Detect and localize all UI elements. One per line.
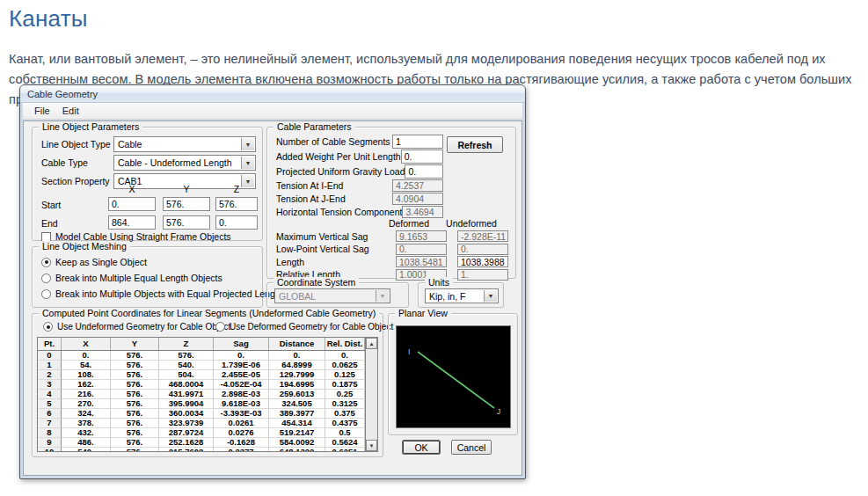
row-point-number: 9	[38, 438, 62, 448]
geometry-option-0[interactable]: Use Undeformed Geometry for Cable Object	[43, 322, 230, 332]
end-y-field[interactable]: 576.	[163, 215, 210, 230]
field-label: Projected Uniform Gravity Load	[276, 166, 405, 177]
tension-at-i-end-field: 4.2537	[392, 179, 443, 192]
radio-label: Keep as Single Object	[55, 257, 147, 267]
low-point-vertical-sag-undeformed-field: 0.	[457, 244, 508, 255]
cell: 540.	[62, 448, 111, 452]
coordinate-system-select: GLOBAL ▼	[274, 288, 390, 303]
table-row[interactable]: 10540.576.215.76020.2377648.13220.6251	[38, 448, 365, 452]
cell: 576.	[111, 448, 159, 452]
cell: 389.3977	[269, 409, 325, 419]
table-header-row: Pt.XYZSagDistanceRel. Dist.	[38, 338, 365, 351]
undeformed-header: Undeformed	[445, 218, 498, 229]
cell: 584.0092	[269, 438, 325, 448]
cancel-button[interactable]: Cancel	[451, 440, 492, 455]
ok-button[interactable]: OK	[402, 440, 441, 455]
geometry-option-1[interactable]: Use Deformed Geometry for Cable Object	[215, 322, 393, 332]
start-y-field[interactable]: 576.	[163, 197, 210, 211]
cell: 0.1875	[325, 380, 365, 390]
table-scrollbar[interactable]: ▲ ▼	[365, 338, 377, 451]
cell: 0.5	[325, 428, 365, 438]
table-row[interactable]: 5270.576.395.99049.618E-03324.5050.3125	[38, 399, 365, 409]
field-label: Maximum Vertical Sag	[276, 231, 396, 242]
menu-file[interactable]: File	[28, 105, 56, 117]
cell: 432.	[62, 428, 111, 438]
length-undeformed-field[interactable]: 1038.3988	[457, 256, 508, 267]
group-title: Line Object Meshing	[39, 241, 130, 252]
table-row[interactable]: 4216.576.431.99712.898E-03259.60130.25	[38, 390, 365, 399]
maximum-vertical-sag-undeformed-field: -2.928E-11	[457, 230, 508, 242]
chevron-down-icon: ▼	[241, 157, 254, 169]
start-z-field[interactable]: 576.	[215, 197, 258, 211]
cell: 108.	[62, 370, 111, 380]
added-weight-per-unit-length-field[interactable]: 0.	[401, 150, 443, 164]
group-line-object-meshing: Line Object Meshing Keep as Single Objec…	[32, 246, 263, 308]
meshing-option-1[interactable]: Break into Multiple Equal Length Objects	[41, 273, 222, 283]
start-x-field[interactable]: 0.	[108, 197, 156, 211]
cell: 576.	[159, 351, 214, 361]
cell: 0.	[62, 351, 111, 361]
cell: 576.	[111, 351, 159, 361]
end-x-field[interactable]: 864.	[108, 215, 156, 230]
field-label: Horizontal Tension Component	[276, 207, 402, 217]
selected-value: Cable - Undeformed Length	[118, 157, 232, 168]
cell: 0.	[325, 351, 365, 361]
refresh-button[interactable]: Refresh	[447, 136, 503, 153]
row-point-number: 7	[38, 419, 62, 428]
table-row[interactable]: 154.576.540.1.739E-0664.89990.0625	[38, 361, 365, 370]
table-row[interactable]: 9486.576.252.1628-0.1628584.00920.5624	[38, 438, 365, 448]
cell: 360.0034	[159, 409, 214, 419]
column-header-pt: Pt.	[38, 338, 62, 350]
cell: 2.898E-03	[214, 390, 269, 399]
scroll-down-icon[interactable]: ▼	[366, 440, 377, 451]
table-row[interactable]: 6324.576.360.0034-3.393E-03389.39770.375	[38, 409, 365, 419]
cell: 162.	[62, 380, 111, 390]
radio-icon	[215, 322, 225, 332]
table-row[interactable]: 2108.576.504.2.455E-05129.79990.125	[38, 370, 365, 380]
cell: 395.9904	[159, 399, 214, 409]
end-z-field[interactable]: 0.	[215, 215, 258, 230]
field-label: Section Property	[41, 176, 113, 186]
row-point-number: 8	[38, 428, 62, 438]
cell: 504.	[159, 370, 214, 380]
coordinate-system-value: GLOBAL	[279, 291, 316, 302]
length-deformed-field: 1038.5481	[396, 256, 447, 267]
column-header-sag: Sag	[214, 338, 269, 350]
group-title: Coordinate System	[274, 277, 359, 288]
group-computed-point-coordinates: Computed Point Coordinates for Linear Se…	[32, 313, 383, 457]
line-object-type-select[interactable]: Cable▼	[113, 136, 256, 152]
scroll-up-icon[interactable]: ▲	[366, 338, 377, 349]
cell: 0.0625	[325, 361, 365, 370]
radio-icon	[43, 322, 53, 332]
table-row[interactable]: 7378.576.323.97390.0261454.3140.4375	[38, 419, 365, 428]
column-header-distance: Distance	[269, 338, 325, 350]
radio-icon	[41, 289, 51, 299]
cell: 576.	[111, 370, 159, 380]
coordinates-table[interactable]: Pt.XYZSagDistanceRel. Dist.00.576.576.0.…	[37, 337, 378, 452]
units-select[interactable]: Kip, in, F ▼	[425, 288, 499, 303]
sag-row: Low-Point Vertical Sag0.0.	[276, 244, 508, 255]
cell: 259.6013	[269, 390, 325, 399]
cell: 576.	[111, 419, 159, 428]
cell: 0.25	[325, 390, 365, 399]
number-of-cable-segments-field[interactable]: 1	[392, 135, 443, 149]
cell: 0.	[269, 351, 325, 361]
checkbox-icon	[41, 232, 51, 242]
table-row[interactable]: 3162.576.468.0004-4.052E-04194.69950.187…	[38, 380, 365, 390]
table-row[interactable]: 8432.576.287.97240.0276519.21470.5	[38, 428, 365, 438]
coord-header-y: Y	[163, 184, 210, 194]
menu-edit[interactable]: Edit	[56, 105, 85, 117]
meshing-option-0[interactable]: Keep as Single Object	[41, 257, 147, 267]
coord-header-z: Z	[215, 184, 258, 194]
cable-type-select[interactable]: Cable - Undeformed Length▼	[113, 155, 256, 171]
cell: 324.505	[269, 399, 325, 409]
cell: 0.6251	[325, 448, 365, 452]
projected-uniform-gravity-load-field[interactable]: 0.	[405, 164, 443, 179]
cell: 323.9739	[159, 419, 214, 428]
cell: 0.	[214, 351, 269, 361]
table-row[interactable]: 00.576.576.0.0.0.	[38, 351, 365, 361]
cell: 454.314	[269, 419, 325, 428]
cell: 576.	[111, 380, 159, 390]
dialog-titlebar[interactable]: Cable Geometry	[20, 85, 525, 103]
j-end-label: J	[497, 407, 500, 416]
